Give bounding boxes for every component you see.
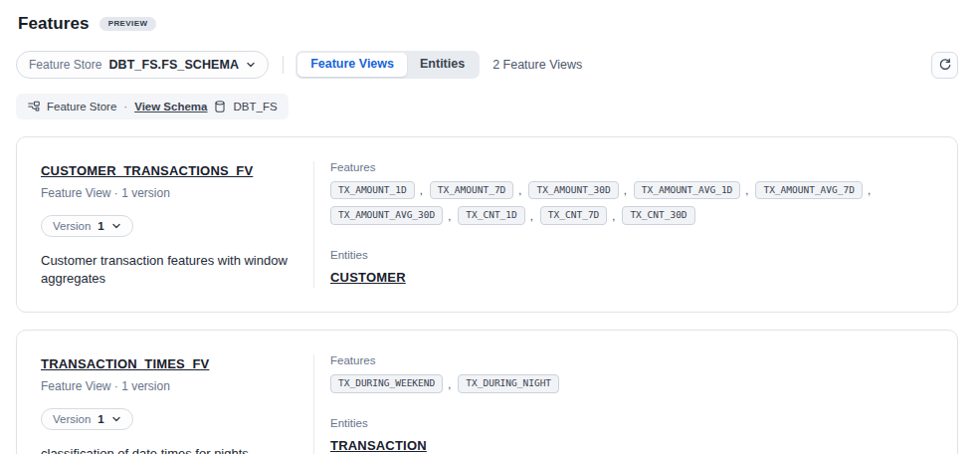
version-select[interactable]: Version 1 [41,408,133,430]
card-summary: TRANSACTION_TIMES_FV Feature View · 1 ve… [41,354,313,454]
tag-separator: , [443,378,458,390]
card-details: Features TX_AMOUNT_1D,TX_AMOUNT_7D,TX_AM… [313,161,933,288]
feature-tag-label: TX_AMOUNT_1D [330,181,415,199]
version-value: 1 [98,220,103,232]
toolbar: Feature Store DBT_FS.FS_SCHEMA Feature V… [16,51,958,79]
refresh-button[interactable] [931,52,958,79]
feature-tag-label: TX_AMOUNT_30D [528,181,618,199]
feature-view-meta: Feature View · 1 version [41,186,295,200]
feature-tag: TX_AMOUNT_1D, [330,181,430,199]
feature-store-value: DBT_FS.FS_SCHEMA [108,58,239,72]
chevron-down-icon [246,60,256,70]
entity-list: CUSTOMER [330,270,933,285]
feature-tag-label: TX_AMOUNT_7D [430,181,514,199]
feature-view-card: TRANSACTION_TIMES_FV Feature View · 1 ve… [16,330,958,454]
feature-tag-label: TX_AMOUNT_AVG_7D [755,181,863,199]
feature-tag-label: TX_AMOUNT_AVG_1D [634,181,741,199]
feature-tag: TX_CNT_7D, [540,206,623,224]
view-schema-link[interactable]: View Schema [134,101,207,113]
feature-view-meta: Feature View · 1 version [41,379,295,393]
chevron-down-icon [111,221,121,231]
breadcrumb-row: Feature Store · View Schema DBT_FS [16,94,958,119]
feature-tag-list: TX_AMOUNT_1D,TX_AMOUNT_7D,TX_AMOUNT_30D,… [330,181,927,225]
feature-tag: TX_AMOUNT_30D, [528,181,633,199]
feature-view-title-link[interactable]: TRANSACTION_TIMES_FV [41,356,209,371]
refresh-icon [938,58,952,72]
feature-store-label: Feature Store [29,58,101,72]
breadcrumb-database-name: DBT_FS [233,101,277,113]
tab-feature-views[interactable]: Feature Views [297,53,407,77]
feature-view-description: classification of date times for nights … [41,445,295,454]
card-details: Features TX_DURING_WEEKEND,TX_DURING_NIG… [313,354,933,454]
tag-separator: , [740,184,755,196]
feature-tag: TX_CNT_30D [622,206,694,224]
features-section-label: Features [330,161,933,173]
feature-tag-label: TX_CNT_30D [622,206,694,224]
feature-tag-label: TX_CNT_7D [540,206,607,224]
preview-badge: PREVIEW [99,17,157,31]
entity-link[interactable]: CUSTOMER [330,270,406,285]
feature-store-icon [27,100,41,114]
feature-views-count: 2 Feature Views [492,58,582,72]
feature-tag-label: TX_DURING_NIGHT [458,374,559,392]
features-page: Features PREVIEW Feature Store DBT_FS.FS… [0,0,980,454]
feature-tag: TX_DURING_WEEKEND, [330,374,458,392]
card-summary: CUSTOMER_TRANSACTIONS_FV Feature View · … [41,161,313,288]
version-value: 1 [98,413,103,425]
feature-view-title-link[interactable]: CUSTOMER_TRANSACTIONS_FV [41,163,253,178]
feature-tag: TX_DURING_NIGHT [458,374,559,392]
tag-separator: , [513,184,528,196]
breadcrumb-store-label: Feature Store [47,101,116,113]
version-label: Version [53,413,91,425]
version-label: Version [53,220,91,232]
tab-entities[interactable]: Entities [407,53,478,77]
view-switcher: Feature Views Entities [295,51,480,79]
tag-separator: , [525,210,540,222]
tag-separator: , [607,210,622,222]
tag-separator: , [863,184,878,196]
entity-item: TRANSACTION [330,438,427,453]
feature-tag: TX_CNT_1D, [458,206,540,224]
feature-tag: TX_AMOUNT_AVG_1D, [634,181,756,199]
entities-section: Entities TRANSACTION [330,417,933,453]
entities-section-label: Entities [330,249,933,261]
tag-separator: , [443,210,458,222]
feature-tag-list: TX_DURING_WEEKEND,TX_DURING_NIGHT [330,374,927,392]
breadcrumb: Feature Store · View Schema DBT_FS [16,94,289,119]
feature-view-card: CUSTOMER_TRANSACTIONS_FV Feature View · … [16,136,958,313]
feature-tag-label: TX_DURING_WEEKEND [330,374,443,392]
toolbar-divider [283,56,284,74]
entities-section-label: Entities [330,417,933,429]
features-section-label: Features [330,354,933,366]
entity-link[interactable]: TRANSACTION [330,438,427,453]
feature-tag: TX_AMOUNT_AVG_7D, [755,181,878,199]
page-header: Features PREVIEW [16,14,958,34]
tag-separator: , [415,184,430,196]
feature-store-select[interactable]: Feature Store DBT_FS.FS_SCHEMA [16,51,269,79]
feature-tag: TX_AMOUNT_7D, [430,181,529,199]
chevron-down-icon [111,414,121,424]
version-select[interactable]: Version 1 [41,215,133,237]
page-title: Features [18,14,90,34]
tag-separator: , [619,184,634,196]
entity-list: TRANSACTION [330,438,933,453]
feature-view-list: CUSTOMER_TRANSACTIONS_FV Feature View · … [16,136,958,454]
breadcrumb-separator: · [122,101,128,113]
feature-tag-label: TX_CNT_1D [458,206,524,224]
entities-section: Entities CUSTOMER [330,249,933,285]
feature-tag: TX_AMOUNT_AVG_30D, [330,206,458,224]
database-icon [213,100,227,114]
feature-view-description: Customer transaction features with windo… [41,252,295,288]
feature-tag-label: TX_AMOUNT_AVG_30D [330,206,443,224]
entity-item: CUSTOMER [330,270,406,285]
